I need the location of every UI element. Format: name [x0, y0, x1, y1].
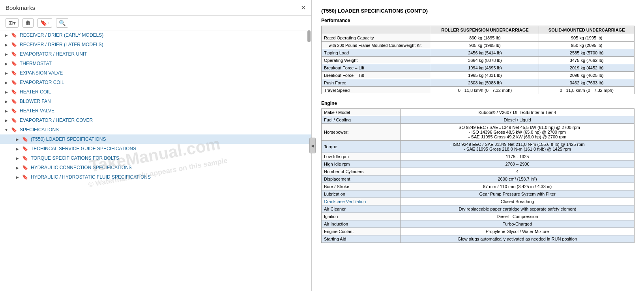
search-icon: 🔍	[59, 20, 66, 26]
bookmark-label-evap-unit: EVAPORATOR / HEATER UNIT	[20, 51, 308, 57]
expand-icon-heater-valve: ▶	[3, 109, 9, 113]
bookmark-flag-icon: 🔖	[11, 80, 17, 85]
bookmark-flag-icon: 🔖	[22, 174, 28, 180]
performance-heading: Performance	[321, 18, 635, 23]
bookmark-label-receiver-later: RECEIVER / DRIER (LATER MODELS)	[20, 42, 308, 47]
engine-row-label: Displacement	[322, 175, 401, 183]
perf-col2-header: ROLLER SUSPENSION UNDERCARRIAGE	[431, 26, 539, 34]
perf-row-val2: 860 kg (1895 lb)	[431, 34, 539, 42]
bookmark-item-receiver-early[interactable]: ▶ 🔖 RECEIVER / DRIER (EARLY MODELS)	[0, 30, 311, 40]
document-title: (T550) LOADER SPECIFICATIONS (CONT'D)	[321, 8, 635, 14]
bookmark-label-expansion: EXPANSION VALVE	[20, 70, 308, 76]
perf-row-val2: 905 kg (1995 lb)	[431, 42, 539, 49]
collapse-panel-button[interactable]: ◀	[309, 138, 316, 153]
engine-row-val: 87 mm / 110 mm (3.425 in / 4.33 in)	[401, 183, 635, 190]
engine-row-label: Fuel / Cooling	[322, 116, 401, 124]
engine-row-val: Kubota® / V2607-DI-TE3B Interim Tier 4	[401, 109, 635, 116]
bookmark-item-hydraulic-conn[interactable]: ▶ 🔖 HYDRAULIC CONNECTION SPECIFICATIONS	[0, 163, 311, 172]
bookmark-item-specifications[interactable]: ▼ 🔖 SPECIFICATIONS	[0, 125, 311, 134]
expand-all-button[interactable]: ⊞▾	[6, 18, 19, 28]
bookmark-item-torque[interactable]: ▶ 🔖 TORQUE SPECIFICATIONS FOR BOLTS	[0, 153, 311, 163]
bookmark-label-heater-valve: HEATER VALVE	[20, 108, 308, 114]
perf-row-label: with 200 Pound Frame Mounted Counterweig…	[322, 42, 431, 49]
bookmark-item-heater-valve[interactable]: ▶ 🔖 HEATER VALVE	[0, 106, 311, 116]
bookmark-flag-icon: 🔖	[11, 108, 17, 114]
bookmark-label-evap-coil: EVAPORATOR COIL	[20, 80, 308, 85]
perf-row-val3: 2098 kg (4625 lb)	[539, 72, 635, 79]
expand-icon-blower: ▶	[3, 99, 9, 104]
engine-heading: Engine	[321, 101, 635, 106]
perf-row-label: Travel Speed	[322, 87, 431, 94]
expand-icon-expansion: ▶	[3, 71, 9, 75]
scroll-indicator	[307, 30, 311, 42]
bookmark-item-blower-fan[interactable]: ▶ 🔖 BLOWER FAN	[0, 97, 311, 106]
engine-row-label: Air Induction	[322, 220, 401, 228]
bookmark-item-evaporator-heater-unit[interactable]: ▶ 🔖 EVAPORATOR / HEATER UNIT	[0, 49, 311, 59]
bookmark-item-hydraulic-fluid[interactable]: ▶ 🔖 HYDRAULIC / HYDROSTATIC FLUID SPECIF…	[0, 172, 311, 182]
perf-row-label: Breakout Force – Tilt	[322, 72, 431, 79]
perf-row-label: Operating Weight	[322, 57, 431, 64]
engine-row-val: Turbo-Charged	[401, 220, 635, 228]
bookmark-flag-icon: 🔖	[22, 165, 28, 170]
expand-icon-evap-coil: ▶	[3, 80, 9, 85]
engine-row-label: Air Cleaner	[322, 205, 401, 213]
search-bookmark-button[interactable]: 🔍	[56, 18, 68, 28]
close-button[interactable]: ✕	[301, 4, 306, 11]
bookmark-item-evaporator-coil[interactable]: ▶ 🔖 EVAPORATOR COIL	[0, 78, 311, 87]
perf-row-val2: 1994 kg (4395 lb)	[431, 64, 539, 72]
expand-icon-thermostat: ▶	[3, 62, 9, 66]
bookmark-item-t550[interactable]: ▶ 🔖 (T550) LOADER SPECIFICATIONS	[0, 134, 311, 144]
engine-row-val: Dry replaceable paper cartridge with sep…	[401, 205, 635, 213]
bookmarks-header: Bookmarks ✕	[0, 0, 311, 16]
bookmark-label-t550: (T550) LOADER SPECIFICATIONS	[31, 136, 308, 142]
expand-icon-receiver-later: ▶	[3, 43, 9, 47]
engine-row-label: Crankcase Ventilation	[322, 198, 401, 205]
document-panel: (T550) LOADER SPECIFICATIONS (CONT'D) Pe…	[312, 0, 644, 291]
delete-bookmark-button[interactable]: 🗑	[22, 18, 34, 28]
bookmark-item-evap-heater-cover[interactable]: ▶ 🔖 EVAPORATOR / HEATER COVER	[0, 116, 311, 125]
trash-icon: 🗑	[25, 20, 31, 26]
perf-row-val3: 2585 kg (5700 lb)	[539, 49, 635, 57]
bookmarks-list: ▶ 🔖 RECEIVER / DRIER (EARLY MODELS) ▶ 🔖 …	[0, 30, 311, 291]
perf-row-val3: 2019 kg (4452 lb)	[539, 64, 635, 72]
engine-row-label: Make / Model	[322, 109, 401, 116]
bookmark-label-hyd-fluid: HYDRAULIC / HYDROSTATIC FLUID SPECIFICAT…	[31, 174, 308, 180]
bookmark-flag-icon: 🔖	[11, 61, 17, 66]
bookmark-item-expansion-valve[interactable]: ▶ 🔖 EXPANSION VALVE	[0, 68, 311, 78]
bookmark-item-technical[interactable]: ▶ 🔖 TECHINCAL SERVICE GUIDE SPECIFICATIO…	[0, 144, 311, 153]
expand-icon-hyd-conn: ▶	[14, 166, 21, 170]
bookmark-flag-icon: 🔖	[11, 127, 17, 132]
bookmark-flag-icon: 🔖	[22, 136, 28, 142]
bookmark-item-receiver-later[interactable]: ▶ 🔖 RECEIVER / DRIER (LATER MODELS)	[0, 40, 311, 49]
bookmark-item-thermostat[interactable]: ▶ 🔖 THERMOSTAT	[0, 59, 311, 68]
add-bookmark-icon: 🔖	[40, 20, 47, 26]
engine-row-label: Low Idle rpm	[322, 153, 401, 160]
bookmark-item-heater-coil[interactable]: ▶ 🔖 HEATER COIL	[0, 87, 311, 97]
engine-row-val: 1175 - 1325	[401, 153, 635, 160]
bookmark-flag-icon: 🔖	[22, 155, 28, 161]
engine-row-val: Glow plugs automatically activated as ne…	[401, 235, 635, 243]
expand-icon-technical: ▶	[14, 147, 21, 151]
engine-row-val: 2600 cm³ (158.7 in³)	[401, 175, 635, 183]
performance-table: ROLLER SUSPENSION UNDERCARRIAGE SOLID-MO…	[321, 26, 635, 94]
engine-row-label: Lubrication	[322, 190, 401, 198]
bookmarks-title: Bookmarks	[6, 4, 35, 11]
perf-row-val2: 3664 kg (8078 lb)	[431, 57, 539, 64]
bookmark-flag-icon: 🔖	[11, 70, 17, 76]
engine-row-val: - ISO 9249 EEC / SAE J1349 Net 211,0 N•m…	[401, 141, 635, 153]
bookmarks-toolbar: ⊞▾ 🗑 🔖+ 🔍	[0, 16, 311, 30]
perf-row-val2: 1965 kg (4331 lb)	[431, 72, 539, 79]
perf-row-val3: 3462 kg (7633 lb)	[539, 79, 635, 87]
bookmark-label-torque: TORQUE SPECIFICATIONS FOR BOLTS	[31, 155, 308, 161]
expand-icon-evap-cover: ▶	[3, 118, 9, 123]
engine-row-label: Number of Cylinders	[322, 168, 401, 175]
perf-row-label: Breakout Force – Lift	[322, 64, 431, 72]
add-bookmark-button[interactable]: 🔖+	[37, 18, 52, 28]
bookmark-flag-icon: 🔖	[11, 42, 17, 47]
bookmarks-panel: Bookmarks ✕ ⊞▾ 🗑 🔖+ 🔍 ▶ 🔖	[0, 0, 312, 291]
bookmark-flag-icon: 🔖	[11, 118, 17, 123]
engine-row-label: High Idle rpm	[322, 160, 401, 168]
engine-row-val: - ISO 9249 EEC / SAE J1349 Net 45,5 kW (…	[401, 124, 635, 141]
perf-row-val2: 2456 kg (5414 lb)	[431, 49, 539, 57]
bookmark-label-receiver-early: RECEIVER / DRIER (EARLY MODELS)	[20, 32, 308, 38]
